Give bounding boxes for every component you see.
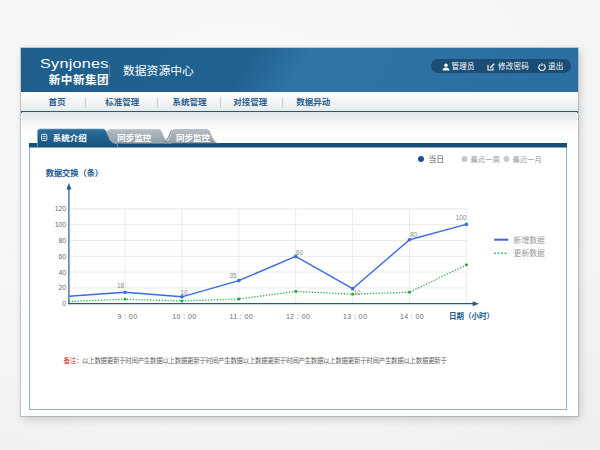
svg-text:同步监控: 同步监控 — [176, 133, 211, 143]
svg-text:35: 35 — [229, 272, 237, 279]
svg-text:11 : 00: 11 : 00 — [229, 313, 253, 320]
svg-text:80: 80 — [58, 237, 66, 244]
svg-text:新增数据: 新增数据 — [514, 235, 545, 245]
svg-text:120: 120 — [55, 205, 67, 212]
svg-text:100: 100 — [55, 221, 67, 228]
svg-text:60: 60 — [296, 249, 304, 256]
svg-text:40: 40 — [58, 269, 66, 276]
svg-text:系统介绍: 系统介绍 — [53, 133, 87, 143]
svg-text:备注：以上数据更新于时间产生数据以上数据更新于时间产生数据以: 备注：以上数据更新于时间产生数据以上数据更新于时间产生数据以上数据更新于时间产生… — [64, 356, 448, 365]
svg-text:20: 20 — [58, 284, 66, 291]
svg-text:0: 0 — [62, 300, 66, 307]
svg-text:最近一月: 最近一月 — [513, 155, 542, 164]
svg-text:9 : 00: 9 : 00 — [118, 313, 138, 320]
svg-text:60: 60 — [58, 253, 66, 260]
svg-text:数据交换（条）: 数据交换（条） — [46, 168, 103, 178]
svg-text:最近一周: 最近一周 — [471, 155, 500, 164]
svg-text:当日: 当日 — [429, 154, 445, 164]
svg-text:10 : 00: 10 : 00 — [172, 313, 196, 320]
svg-text:日期（小时）: 日期（小时） — [449, 311, 494, 321]
svg-text:更新数据: 更新数据 — [514, 248, 545, 258]
svg-text:10: 10 — [180, 289, 188, 296]
svg-text:100: 100 — [456, 214, 467, 221]
svg-text:80: 80 — [410, 231, 418, 238]
svg-text:13 : 00: 13 : 00 — [343, 313, 367, 320]
svg-text:14 : 00: 14 : 00 — [400, 313, 424, 320]
svg-text:同步监控: 同步监控 — [117, 133, 152, 143]
svg-text:10: 10 — [353, 289, 361, 296]
svg-text:12 : 00: 12 : 00 — [286, 313, 310, 320]
svg-text:18: 18 — [117, 282, 125, 289]
